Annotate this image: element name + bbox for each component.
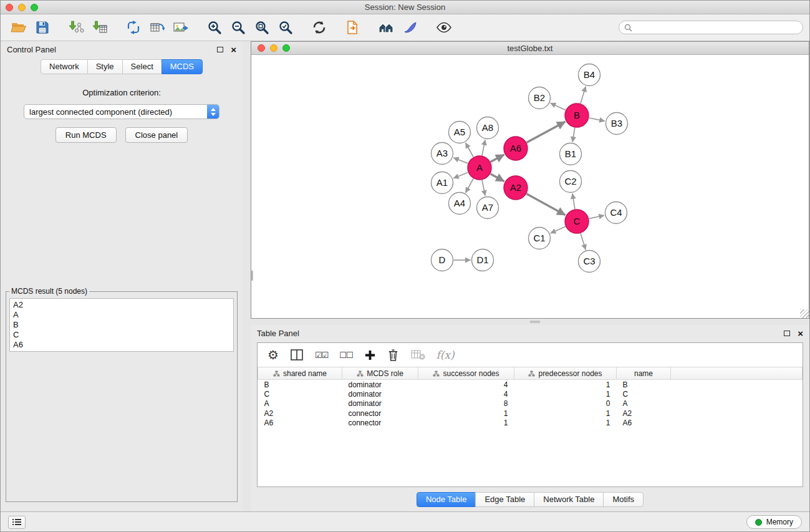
- table-cell[interactable]: C: [258, 389, 342, 399]
- edge-A-A4[interactable]: [466, 178, 474, 193]
- save-session-button[interactable]: [31, 16, 54, 39]
- node-A[interactable]: A: [468, 156, 491, 180]
- table-cell[interactable]: dominator: [342, 399, 418, 409]
- network-zoom-button[interactable]: [282, 44, 290, 52]
- column-header-mcds-role[interactable]: MCDS role: [342, 367, 418, 380]
- close-panel-action-button[interactable]: Close panel: [125, 127, 188, 143]
- table-row[interactable]: A2connector11A2: [258, 409, 803, 418]
- minimize-window-button[interactable]: [18, 4, 26, 11]
- close-table-panel-button[interactable]: ×: [798, 329, 803, 338]
- reset-network-button[interactable]: [122, 16, 145, 39]
- tab-motifs[interactable]: Motifs: [603, 492, 644, 507]
- node-A8[interactable]: A8: [477, 117, 499, 139]
- table-cell[interactable]: 0: [514, 399, 617, 409]
- table-row[interactable]: A6connector11A6: [258, 418, 803, 428]
- tab-style[interactable]: Style: [87, 59, 123, 74]
- table-cell[interactable]: dominator: [342, 380, 418, 390]
- tab-edge-table[interactable]: Edge Table: [475, 492, 534, 507]
- open-file-button[interactable]: [7, 16, 31, 39]
- function-builder-button[interactable]: f(x): [436, 349, 455, 361]
- table-row[interactable]: Adominator80A: [258, 399, 803, 409]
- node-D1[interactable]: D1: [472, 249, 494, 271]
- node-C[interactable]: C: [565, 210, 589, 233]
- float-table-panel-button[interactable]: [784, 331, 790, 336]
- edge-C-C1[interactable]: [551, 226, 566, 233]
- edge-C-C2[interactable]: [572, 193, 575, 209]
- mcds-result-list[interactable]: A2ABCA6: [9, 298, 234, 352]
- delete-column-button[interactable]: [387, 349, 399, 362]
- table-cell[interactable]: dominator: [342, 389, 418, 399]
- table-cell[interactable]: A2: [258, 409, 342, 418]
- node-C4[interactable]: C4: [605, 202, 627, 224]
- result-item[interactable]: A6: [13, 340, 230, 350]
- tab-select[interactable]: Select: [122, 59, 162, 74]
- node-D[interactable]: D: [432, 249, 453, 271]
- memory-button[interactable]: Memory: [746, 515, 802, 529]
- tab-network-table[interactable]: Network Table: [534, 492, 604, 507]
- column-header-successor-nodes[interactable]: successor nodes: [418, 367, 514, 380]
- panel-splitter-vertical[interactable]: [243, 41, 251, 511]
- edge-C-C3[interactable]: [581, 233, 586, 249]
- table-cell[interactable]: B: [258, 380, 342, 390]
- close-panel-button[interactable]: ×: [231, 45, 236, 54]
- node-B[interactable]: B: [565, 104, 589, 127]
- table-cell[interactable]: A6: [258, 418, 342, 428]
- zoom-in-button[interactable]: [203, 16, 226, 39]
- dropdown-stepper[interactable]: [207, 104, 219, 119]
- tab-mcds[interactable]: MCDS: [162, 59, 203, 74]
- table-cell[interactable]: 1: [514, 418, 617, 428]
- add-column-button[interactable]: [364, 349, 376, 361]
- table-cell[interactable]: A6: [617, 418, 671, 428]
- node-C3[interactable]: C3: [579, 251, 600, 273]
- criterion-dropdown[interactable]: largest connected component (directed): [24, 104, 219, 119]
- table-cell[interactable]: 1: [418, 409, 514, 418]
- node-A1[interactable]: A1: [432, 172, 453, 194]
- show-columns-button[interactable]: [290, 349, 304, 361]
- edge-A-A8[interactable]: [482, 140, 485, 155]
- table-cell[interactable]: 1: [514, 409, 617, 418]
- new-network-from-table-button[interactable]: [145, 16, 169, 39]
- tab-node-table[interactable]: Node Table: [417, 492, 476, 507]
- panel-splitter-horizontal[interactable]: [251, 319, 809, 325]
- delete-table-button[interactable]: [410, 349, 425, 361]
- node-A5[interactable]: A5: [449, 122, 471, 143]
- node-A7[interactable]: A7: [477, 197, 499, 219]
- table-cell[interactable]: 1: [514, 380, 617, 390]
- node-B4[interactable]: B4: [579, 64, 600, 86]
- zoom-window-button[interactable]: [31, 4, 38, 11]
- refresh-view-button[interactable]: [307, 16, 331, 39]
- node-B2[interactable]: B2: [529, 87, 551, 109]
- network-canvas[interactable]: B4B2BB3A5A8A6B1A3AC2A1A2A4A7C4CC1C3DD1: [251, 55, 809, 318]
- deselect-all-columns-button[interactable]: ☐☐: [339, 351, 352, 360]
- edge-A-A6[interactable]: [491, 155, 504, 162]
- edge-C-C4[interactable]: [589, 215, 604, 218]
- export-image-button[interactable]: [169, 16, 193, 39]
- window-edge-handle[interactable]: [251, 271, 253, 281]
- edge-A-A2[interactable]: [491, 174, 504, 181]
- import-network-button[interactable]: [64, 16, 88, 39]
- network-close-button[interactable]: [258, 44, 265, 52]
- table-cell[interactable]: C: [617, 389, 671, 399]
- table-cell[interactable]: 4: [418, 380, 514, 390]
- node-C1[interactable]: C1: [529, 228, 551, 249]
- table-cell[interactable]: 4: [418, 389, 514, 399]
- edge-B-B2[interactable]: [551, 103, 566, 110]
- tab-network[interactable]: Network: [41, 59, 88, 74]
- table-cell[interactable]: A: [258, 399, 342, 409]
- table-cell[interactable]: connector: [342, 418, 418, 428]
- network-graph[interactable]: B4B2BB3A5A8A6B1A3AC2A1A2A4A7C4CC1C3DD1: [251, 55, 809, 318]
- zoom-selected-button[interactable]: [274, 16, 297, 39]
- node-B3[interactable]: B3: [606, 113, 628, 135]
- search-input[interactable]: [635, 23, 798, 32]
- node-A6[interactable]: A6: [504, 137, 528, 160]
- table-cell[interactable]: connector: [342, 409, 418, 418]
- node-C2[interactable]: C2: [560, 171, 582, 193]
- result-item[interactable]: B: [13, 320, 230, 330]
- table-cell[interactable]: A: [617, 399, 671, 409]
- result-item[interactable]: A: [13, 310, 230, 320]
- edge-A2-C[interactable]: [527, 194, 566, 215]
- table-settings-button[interactable]: ⚙: [268, 349, 279, 361]
- window-resize-grip[interactable]: [800, 309, 809, 318]
- edge-B-B1[interactable]: [572, 128, 575, 142]
- task-history-button[interactable]: [8, 516, 26, 529]
